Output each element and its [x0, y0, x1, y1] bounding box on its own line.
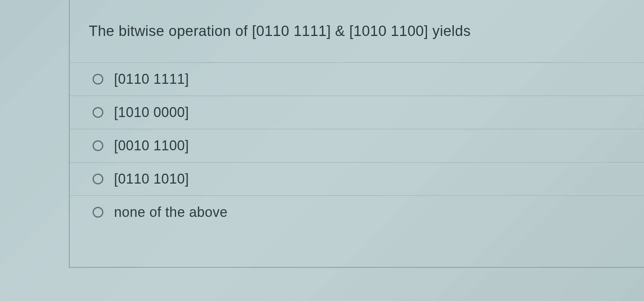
option-label: [0110 1111] — [114, 71, 189, 87]
question-text: The bitwise operation of [0110 1111] & [… — [70, 0, 644, 55]
option-row-4[interactable]: none of the above — [70, 195, 644, 229]
option-row-0[interactable]: [0110 1111] — [70, 62, 644, 96]
option-label: [0010 1100] — [114, 138, 189, 154]
radio-icon — [93, 174, 103, 184]
options-list: [0110 1111] [1010 0000] [0010 1100] [011… — [70, 62, 644, 229]
option-row-1[interactable]: [1010 0000] — [70, 96, 644, 129]
option-label: [1010 0000] — [114, 104, 189, 120]
option-label: none of the above — [114, 204, 228, 220]
radio-icon — [93, 107, 103, 118]
option-row-2[interactable]: [0010 1100] — [70, 129, 644, 162]
radio-icon — [93, 140, 103, 151]
radio-icon — [93, 74, 103, 85]
radio-icon — [93, 207, 103, 218]
option-row-3[interactable]: [0110 1010] — [70, 162, 644, 195]
question-container: The bitwise operation of [0110 1111] & [… — [69, 0, 644, 268]
option-label: [0110 1010] — [114, 171, 189, 187]
